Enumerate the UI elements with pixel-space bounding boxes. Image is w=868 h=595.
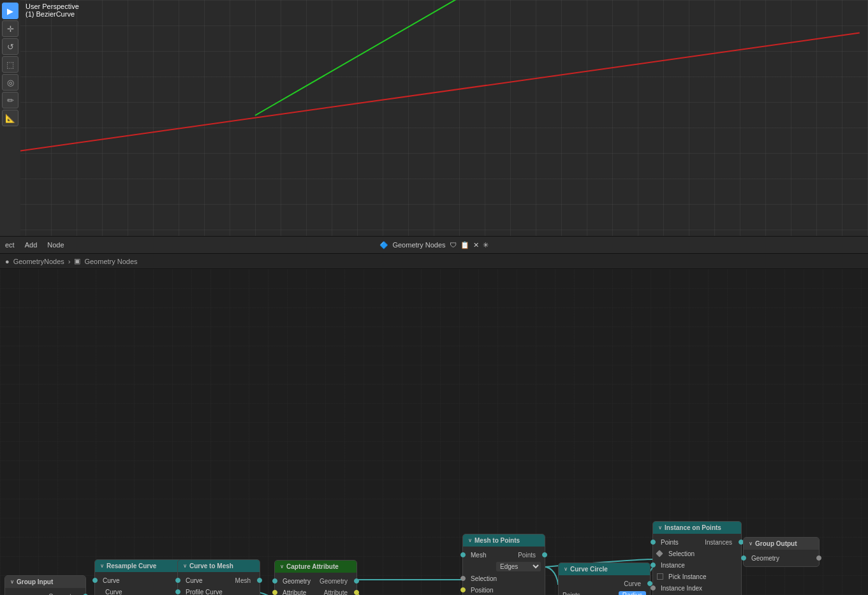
axis-y xyxy=(255,0,753,116)
node-curve-to-mesh: ∨ Curve to Mesh Curve Mesh Profile Curve… xyxy=(177,559,260,595)
scale-tool[interactable]: ⬚ xyxy=(2,56,18,73)
node-mesh-to-points: ∨ Mesh to Points Mesh Points Edges Verti… xyxy=(462,534,545,595)
node-group-output: ∨ Group Output Geometry xyxy=(743,537,820,567)
resample-curve-in xyxy=(92,578,98,583)
shield-icon: 🛡 xyxy=(450,241,457,249)
menu-item-node[interactable]: Node xyxy=(47,241,64,249)
radius-mode-btn[interactable]: Radius xyxy=(619,591,646,596)
node-resample-curve: ∨ Resample Curve Curve Curve Length Leng… xyxy=(94,559,184,595)
perspective-label: User Perspective xyxy=(26,3,79,10)
editor-icon: 🔷 xyxy=(379,241,388,249)
axis-x xyxy=(0,33,860,154)
mesh-to-points-mode-select[interactable]: Edges Vertices xyxy=(496,562,541,571)
mesh-to-points-header[interactable]: ∨ Mesh to Points xyxy=(463,534,545,547)
node-group-input: ∨ Group Input Geometry xyxy=(4,575,86,595)
breadcrumb: ● GeometryNodes › ▣ Geometry Nodes xyxy=(0,254,868,269)
breadcrumb-item2[interactable]: Geometry Nodes xyxy=(84,258,137,265)
viewport-3d[interactable]: ▶ ✛ ↺ ⬚ ◎ ✏ 📐 User Perspective (1) Bezie… xyxy=(0,0,868,236)
curve-circle-title: Curve Circle xyxy=(570,566,608,573)
object-label: (1) BezierCurve xyxy=(26,10,79,18)
select-tool[interactable]: ▶ xyxy=(2,3,18,19)
group-output-header[interactable]: ∨ Group Output xyxy=(744,538,819,550)
resample-curve-body: Curve Curve Length Length Count Curve xyxy=(95,572,183,595)
breadcrumb-item1[interactable]: GeometryNodes xyxy=(13,258,64,265)
curve-to-mesh-header[interactable]: ∨ Curve to Mesh xyxy=(178,560,260,572)
rotate-tool[interactable]: ↺ xyxy=(2,38,18,55)
node-capture-attribute: ∨ Capture Attribute Geometry Geometry At… xyxy=(274,560,357,595)
breadcrumb-sep: › xyxy=(68,258,71,265)
instance-on-points-header[interactable]: ∨ Instance on Points xyxy=(653,522,741,534)
editor-title: Geometry Nodes xyxy=(392,241,445,249)
close-icon[interactable]: ✕ xyxy=(473,241,479,249)
node-editor-header: ect Add Node 🔷 Geometry Nodes 🛡 📋 ✕ ✳ xyxy=(0,236,868,254)
measure-tool[interactable]: 📐 xyxy=(2,110,18,126)
group-input-title: Group Input xyxy=(17,578,53,585)
group-input-header[interactable]: ∨ Group Input xyxy=(5,576,85,588)
node-instance-on-points: ∨ Instance on Points Points Instances Se… xyxy=(652,521,742,595)
viewport-header: User Perspective (1) BezierCurve xyxy=(26,3,79,18)
menu-item-add[interactable]: Add xyxy=(25,241,38,249)
editor-title-area: 🔷 Geometry Nodes 🛡 📋 ✕ ✳ xyxy=(379,241,488,249)
breadcrumb-icon1: ● xyxy=(5,258,10,265)
capture-attribute-title: Capture Attribute xyxy=(286,563,339,570)
group-output-title: Group Output xyxy=(755,540,797,547)
capture-attribute-header[interactable]: ∨ Capture Attribute xyxy=(275,561,357,573)
capture-attribute-body: Geometry Geometry Attribute Attribute Do… xyxy=(275,573,357,595)
move-tool[interactable]: ✛ xyxy=(2,20,18,37)
curve-circle-header[interactable]: ∨ Curve Circle xyxy=(559,563,650,575)
node-editor: ● GeometryNodes › ▣ Geometry Nodes xyxy=(0,254,868,595)
resample-curve-header[interactable]: ∨ Resample Curve xyxy=(95,560,183,572)
menu-item-object[interactable]: ect xyxy=(5,241,15,249)
curve-to-mesh-body: Curve Mesh Profile Curve Fill Caps xyxy=(178,572,260,595)
transform-tool[interactable]: ◎ xyxy=(2,74,18,91)
instance-on-points-title: Instance on Points xyxy=(665,524,721,531)
node-curve-circle: ∨ Curve Circle Curve Points Radius Resol… xyxy=(558,562,651,595)
resample-curve-title: Resample Curve xyxy=(107,562,156,569)
group-input-body: Geometry xyxy=(5,588,85,595)
connections xyxy=(0,269,191,365)
pin-icon: ✳ xyxy=(483,241,489,249)
group-input-geometry-row: Geometry xyxy=(5,591,85,595)
node-canvas[interactable]: ∨ Group Input Geometry ∨ Resample Curve xyxy=(0,269,868,595)
toolbar-left: ▶ ✛ ↺ ⬚ ◎ ✏ 📐 xyxy=(0,0,20,236)
mesh-to-points-title: Mesh to Points xyxy=(474,537,520,544)
breadcrumb-icon2: ▣ xyxy=(74,257,80,265)
copy-icon: 📋 xyxy=(460,241,469,249)
cursor-tool[interactable]: ✏ xyxy=(2,92,18,108)
curve-to-mesh-title: Curve to Mesh xyxy=(189,562,233,569)
